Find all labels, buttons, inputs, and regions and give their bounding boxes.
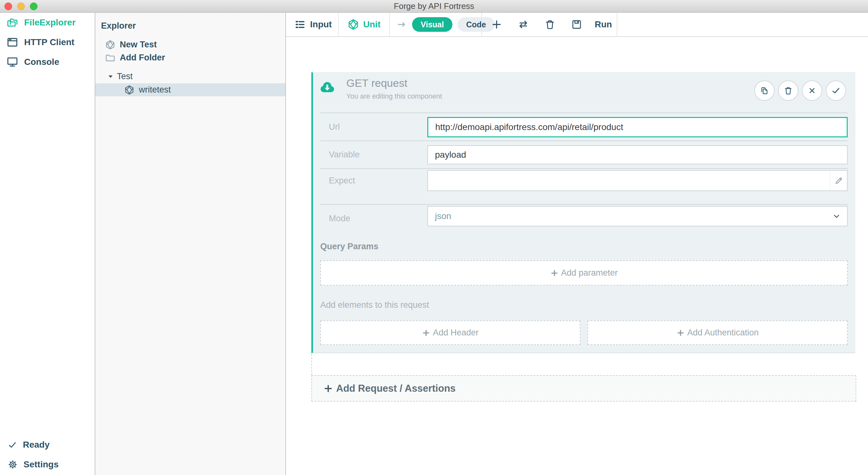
unit-cube-icon <box>347 19 359 31</box>
status-ready: Ready <box>0 435 95 455</box>
close-icon <box>808 86 816 95</box>
unit-tab-label: Unit <box>363 20 380 30</box>
plus-icon <box>676 329 685 337</box>
reorder-components-button[interactable] <box>510 12 537 36</box>
copy-icon <box>760 86 769 95</box>
sidebar-item-label: FileExplorer <box>24 18 75 28</box>
folder-icon <box>105 53 116 63</box>
tree-folder-label: Test <box>117 71 133 81</box>
add-elements-buttons: Add Header Add Authentication <box>320 321 848 345</box>
plus-icon <box>422 329 430 337</box>
component-header: GET request You are editing this compone… <box>313 72 855 113</box>
test-cube-icon <box>124 85 135 95</box>
test-cube-icon <box>105 39 116 50</box>
visual-mode-button[interactable]: Visual <box>412 17 453 32</box>
component-subtitle: You are editing this component <box>346 92 442 100</box>
component-form: Url Variable Expect <box>313 113 855 345</box>
sidebar-item-file-explorer[interactable]: FileExplorer <box>0 13 95 32</box>
sidebar-item-http-client[interactable]: HTTP Client <box>0 32 95 52</box>
mode-field-label: Mode <box>329 205 350 232</box>
cloud-download-icon <box>319 81 335 94</box>
query-params-heading: Query Params <box>320 242 848 251</box>
delete-button[interactable] <box>537 12 563 36</box>
expect-field-row: Expect <box>320 168 848 204</box>
add-component-button[interactable] <box>483 12 510 36</box>
status-label: Ready <box>23 440 50 450</box>
mode-select-value: json <box>435 211 451 221</box>
mode-select[interactable]: json <box>427 206 848 226</box>
sidebar-footer: Ready Settings <box>0 435 95 475</box>
list-icon <box>294 19 306 30</box>
add-elements-heading: Add elements to this request <box>320 300 848 310</box>
plus-icon <box>491 19 502 30</box>
new-test-label: New Test <box>120 40 157 50</box>
window-controls <box>4 3 37 10</box>
add-authentication-button[interactable]: Add Authentication <box>587 321 848 345</box>
window-titlebar: Forge by API Fortress <box>0 0 868 13</box>
window-title: Forge by API Fortress <box>394 1 474 11</box>
variable-field-row: Variable <box>320 141 848 168</box>
sidebar-item-label: Settings <box>24 459 58 470</box>
save-button[interactable] <box>563 12 590 36</box>
tree-folder-test[interactable]: Test <box>95 70 285 83</box>
confirm-edit-button[interactable] <box>826 81 846 101</box>
url-field-row: Url <box>320 113 848 141</box>
add-folder-button[interactable]: Add Folder <box>95 51 285 64</box>
url-input[interactable] <box>427 117 848 137</box>
explorer-panel: Explorer New Test Add Folder <box>95 13 286 475</box>
add-parameter-button[interactable]: Add parameter <box>320 260 848 286</box>
component-actions <box>754 81 846 101</box>
add-header-label: Add Header <box>433 328 478 338</box>
folders-icon <box>6 17 19 29</box>
test-container-border <box>311 354 312 375</box>
add-header-button[interactable]: Add Header <box>320 321 581 345</box>
view-toggle: Visual Code <box>390 13 481 36</box>
pencil-icon <box>834 176 843 185</box>
check-icon <box>831 86 841 95</box>
mode-field-row: Mode json <box>320 204 848 232</box>
minimize-window-button[interactable] <box>17 3 25 10</box>
tree-item-label: writetest <box>139 85 171 95</box>
expect-field-label: Expect <box>329 169 355 192</box>
new-test-button[interactable]: New Test <box>95 38 285 51</box>
input-tab[interactable]: Input <box>286 13 338 36</box>
unit-tab[interactable]: Unit <box>339 13 389 36</box>
expect-input[interactable] <box>427 170 830 191</box>
add-parameter-label: Add parameter <box>561 268 618 278</box>
triangle-down-icon[interactable] <box>107 73 114 80</box>
trash-icon <box>544 19 556 30</box>
variable-field-label: Variable <box>329 141 360 168</box>
plus-icon <box>550 269 559 277</box>
composer-toolbar: Input Unit <box>286 13 868 37</box>
tree-item-writetest[interactable]: writetest <box>95 83 285 96</box>
zoom-window-button[interactable] <box>30 3 37 10</box>
add-request-assertions-label: Add Request / Assertions <box>336 383 456 394</box>
add-authentication-label: Add Authentication <box>687 328 759 338</box>
plus-icon <box>323 384 333 393</box>
sidebar-item-label: HTTP Client <box>24 37 74 48</box>
sidebar-item-label: Console <box>24 57 59 67</box>
main-area: Input Unit <box>286 13 868 475</box>
swap-arrows-icon <box>517 19 529 31</box>
toolbar-separator <box>617 13 617 36</box>
gear-icon <box>8 459 18 470</box>
get-request-component-card: GET request You are editing this compone… <box>311 72 855 353</box>
app-sidebar: FileExplorer HTTP Client Console <box>0 13 95 475</box>
url-field-label: Url <box>329 113 340 141</box>
save-floppy-icon <box>571 19 582 30</box>
duplicate-component-button[interactable] <box>754 81 775 101</box>
component-title: GET request <box>346 77 407 89</box>
explorer-title: Explorer <box>101 21 136 31</box>
run-button[interactable]: Run <box>590 20 617 30</box>
arrow-right-icon <box>396 19 407 30</box>
delete-component-button[interactable] <box>778 81 799 101</box>
add-folder-label: Add Folder <box>120 53 165 63</box>
add-request-assertions-button[interactable]: Add Request / Assertions <box>311 375 856 402</box>
sidebar-item-settings[interactable]: Settings <box>0 455 95 474</box>
expect-edit-button[interactable] <box>830 170 848 191</box>
close-window-button[interactable] <box>4 3 12 10</box>
cancel-edit-button[interactable] <box>802 81 822 101</box>
input-tab-label: Input <box>310 20 332 30</box>
sidebar-item-console[interactable]: Console <box>0 52 95 72</box>
variable-input[interactable] <box>427 145 848 165</box>
